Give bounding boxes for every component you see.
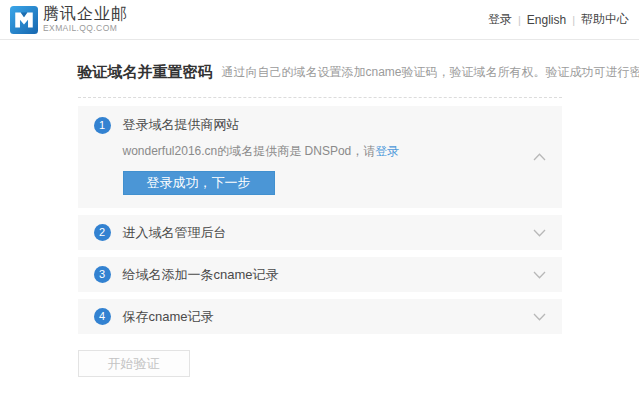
top-header: 腾讯企业邮 EXMAIL.QQ.COM 登录 | English | 帮助中心 [0, 0, 639, 40]
step-2-number-badge: 2 [94, 224, 111, 241]
nav-separator: | [518, 14, 521, 26]
title-row: 验证域名并重置密码 通过向自己的域名设置添加cname验证码，验证域名所有权。验… [78, 63, 562, 82]
nav-separator: | [572, 14, 575, 26]
help-center-nav-link[interactable]: 帮助中心 [581, 11, 629, 28]
step-3-number-badge: 3 [94, 266, 111, 283]
brand-domain: EXMAIL.QQ.COM [43, 24, 128, 33]
dotted-divider [78, 97, 562, 98]
step-4-header[interactable]: 4 保存cname记录 [78, 299, 562, 334]
provider-login-link[interactable]: 登录 [375, 144, 399, 158]
step-1-login-provider: 1 登录域名提供商网站 wonderful2016.cn的域名提供商是 DNSP… [78, 106, 562, 208]
step-3-title: 给域名添加一条cname记录 [123, 266, 279, 284]
brand-name: 腾讯企业邮 [43, 6, 128, 22]
step-1-title: 登录域名提供商网站 [123, 116, 240, 134]
page-subtitle: 通过向自己的域名设置添加cname验证码，验证域名所有权。验证成功可进行密码设置 [222, 64, 639, 81]
chevron-down-icon[interactable] [533, 229, 546, 237]
step-3-header[interactable]: 3 给域名添加一条cname记录 [78, 257, 562, 292]
page-title: 验证域名并重置密码 [78, 63, 213, 82]
login-nav-link[interactable]: 登录 [488, 11, 512, 28]
start-verification-button[interactable]: 开始验证 [78, 350, 190, 377]
step-2-domain-console: 2 进入域名管理后台 [78, 215, 562, 250]
step-1-description: wonderful2016.cn的域名提供商是 DNSPod，请登录 [123, 143, 546, 160]
step-1-body: wonderful2016.cn的域名提供商是 DNSPod，请登录 登录成功，… [78, 143, 562, 208]
step-1-header[interactable]: 1 登录域名提供商网站 [78, 106, 562, 140]
header-nav: 登录 | English | 帮助中心 [488, 11, 629, 28]
brand-text: 腾讯企业邮 EXMAIL.QQ.COM [43, 6, 128, 33]
chevron-up-icon[interactable] [533, 153, 546, 161]
main-content: 验证域名并重置密码 通过向自己的域名设置添加cname验证码，验证域名所有权。验… [78, 63, 562, 377]
chevron-down-icon[interactable] [533, 313, 546, 321]
step-2-title: 进入域名管理后台 [123, 224, 227, 242]
step-3-add-cname: 3 给域名添加一条cname记录 [78, 257, 562, 292]
brand-logo[interactable]: 腾讯企业邮 EXMAIL.QQ.COM [10, 6, 128, 34]
step-2-header[interactable]: 2 进入域名管理后台 [78, 215, 562, 250]
step-1-number-badge: 1 [94, 117, 111, 134]
login-success-next-button[interactable]: 登录成功，下一步 [123, 171, 275, 195]
chevron-down-icon[interactable] [533, 271, 546, 279]
step-1-description-text: wonderful2016.cn的域名提供商是 DNSPod，请 [123, 144, 376, 158]
step-4-title: 保存cname记录 [123, 308, 214, 326]
step-4-number-badge: 4 [94, 308, 111, 325]
step-4-save-cname: 4 保存cname记录 [78, 299, 562, 334]
exmail-logo-icon [10, 6, 38, 34]
language-nav-link[interactable]: English [527, 13, 566, 27]
